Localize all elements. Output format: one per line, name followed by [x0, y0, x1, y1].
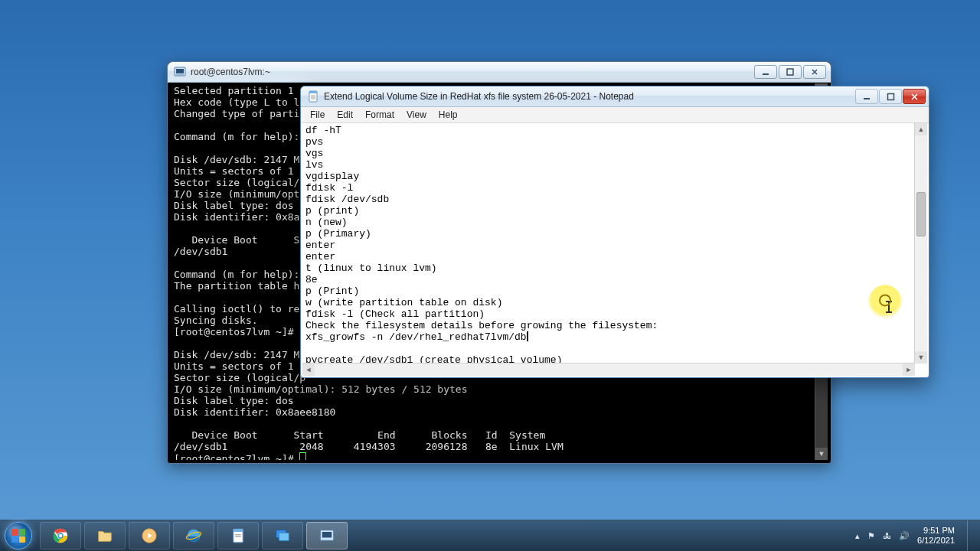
taskbar-item-ie[interactable] [173, 522, 214, 549]
putty-title-text: root@centos7lvm:~ [191, 67, 270, 77]
vmware-icon [274, 527, 291, 544]
play-icon [141, 527, 158, 544]
start-button[interactable] [0, 520, 37, 551]
taskbar-item-media-player[interactable] [129, 522, 170, 549]
folder-icon [96, 527, 113, 544]
scroll-down-arrow[interactable]: ▼ [815, 448, 828, 460]
svg-rect-11 [887, 93, 893, 99]
svg-rect-3 [763, 73, 769, 75]
scroll-track[interactable] [315, 364, 903, 376]
svg-rect-10 [864, 98, 870, 99]
scroll-up-arrow[interactable]: ▲ [915, 123, 927, 135]
taskbar: ▴ ⚑ 🖧 🔊 9:51 PM 6/12/2021 [0, 520, 980, 551]
putty-close-button[interactable] [803, 65, 826, 79]
svg-rect-19 [234, 529, 243, 532]
tray-network-icon[interactable]: 🖧 [883, 531, 891, 540]
svg-rect-23 [279, 533, 289, 540]
menu-view[interactable]: View [400, 108, 433, 122]
svg-rect-2 [176, 74, 184, 75]
menu-format[interactable]: Format [359, 108, 400, 122]
scroll-thumb[interactable] [916, 192, 926, 236]
taskbar-item-notepad[interactable] [217, 522, 259, 549]
tray-flag-icon[interactable]: ⚑ [867, 531, 875, 541]
notepad-close-button[interactable] [903, 89, 926, 104]
taskbar-item-explorer[interactable] [84, 522, 126, 549]
clock-time: 9:51 PM [917, 526, 955, 536]
notepad-icon [307, 90, 319, 103]
clock-date: 6/12/2021 [917, 536, 955, 546]
menu-help[interactable]: Help [433, 108, 464, 122]
tray-chevron-icon[interactable]: ▴ [855, 531, 860, 541]
taskbar-item-vmware[interactable] [262, 522, 303, 549]
svg-rect-6 [309, 91, 317, 93]
notepad-window: Extend Logical Volume Size in RedHat xfs… [300, 86, 929, 378]
svg-rect-1 [176, 69, 184, 73]
taskbar-clock[interactable]: 9:51 PM 6/12/2021 [917, 526, 955, 546]
notepad-horizontal-scrollbar[interactable]: ◄ ► [302, 363, 915, 376]
svg-rect-4 [787, 69, 793, 75]
putty-maximize-button[interactable] [779, 65, 802, 79]
notepad-title-text: Extend Logical Volume Size in RedHat xfs… [324, 91, 634, 102]
taskbar-pinned-items [37, 520, 351, 551]
menu-file[interactable]: File [304, 108, 331, 122]
putty-titlebar[interactable]: root@centos7lvm:~ [168, 62, 831, 83]
putty-icon [174, 66, 186, 78]
notepad-minimize-button[interactable] [855, 89, 878, 104]
scroll-right-arrow[interactable]: ► [903, 364, 915, 376]
svg-rect-25 [322, 532, 332, 538]
notepad-text-area[interactable]: df -hT pvs vgs lvs vgdisplay fdisk -l fd… [302, 123, 927, 376]
show-desktop-button[interactable] [967, 520, 975, 551]
notepad-icon [230, 528, 246, 543]
notepad-menubar: File Edit Format View Help [301, 107, 929, 123]
notepad-maximize-button[interactable] [879, 89, 902, 104]
putty-minimize-button[interactable] [754, 65, 777, 79]
scroll-left-arrow[interactable]: ◄ [302, 364, 315, 376]
taskbar-item-putty[interactable] [306, 522, 348, 549]
putty-icon [319, 528, 335, 543]
svg-point-14 [59, 534, 62, 537]
taskbar-item-chrome[interactable] [40, 522, 81, 549]
scroll-down-arrow[interactable]: ▼ [915, 351, 927, 364]
tray-volume-icon[interactable]: 🔊 [899, 531, 910, 541]
system-tray: ▴ ⚑ 🖧 🔊 9:51 PM 6/12/2021 [844, 520, 980, 551]
notepad-titlebar[interactable]: Extend Logical Volume Size in RedHat xfs… [301, 86, 929, 107]
putty-window-controls [754, 65, 826, 79]
ie-icon [185, 527, 202, 544]
chrome-icon [52, 527, 69, 544]
menu-edit[interactable]: Edit [331, 108, 359, 122]
notepad-vertical-scrollbar[interactable]: ▲ ▼ [914, 123, 927, 364]
